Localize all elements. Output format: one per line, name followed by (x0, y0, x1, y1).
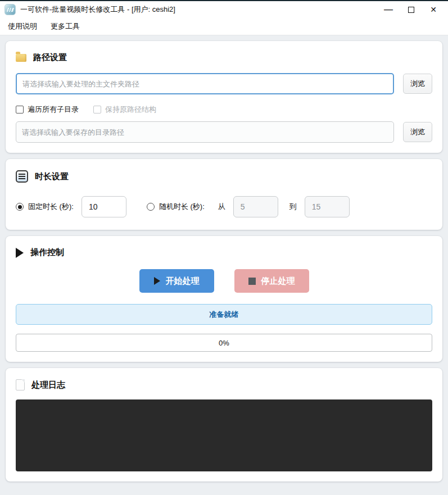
menu-more-tools[interactable]: 更多工具 (45, 19, 85, 34)
status-text: 准备就绪 (210, 310, 239, 320)
output-path-row: 浏览 (16, 121, 432, 143)
window-controls: — ✕ (377, 2, 445, 17)
log-card: 处理日志 (6, 368, 442, 482)
start-button-label: 开始处理 (166, 276, 200, 287)
stop-square-icon (248, 278, 256, 285)
status-bar: 准备就绪 (16, 304, 432, 325)
checkbox-unchecked-icon (93, 106, 101, 113)
duration-settings-card: 时长设置 固定时长 (秒): 随机时长 (秒): 从 到 (6, 159, 442, 230)
start-processing-button[interactable]: 开始处理 (139, 269, 214, 293)
random-duration-radio[interactable] (147, 203, 155, 211)
fixed-duration-label: 固定时长 (秒): (28, 202, 74, 212)
operation-control-header: 操作控制 (16, 244, 432, 260)
duration-options-row: 固定时长 (秒): 随机时长 (秒): 从 到 (16, 196, 432, 217)
random-duration-label: 随机时长 (秒): (159, 202, 205, 212)
random-max-input[interactable] (305, 196, 350, 217)
output-path-input[interactable] (16, 121, 394, 143)
duration-settings-title: 时长设置 (35, 171, 69, 182)
stop-button-label: 停止处理 (261, 276, 295, 287)
progress-bar: 0% (16, 334, 432, 352)
source-path-row: 浏览 (16, 73, 432, 94)
log-title: 处理日志 (31, 380, 65, 390)
recursive-checkbox-label: 遍历所有子目录 (28, 105, 79, 115)
fixed-duration-input[interactable] (82, 196, 126, 217)
titlebar: 一可软件-批量视频时长修改工具 - [用户: ceshi2] — ✕ (0, 1, 448, 18)
app-icon (4, 4, 16, 15)
menu-usage-instructions[interactable]: 使用说明 (2, 19, 43, 34)
path-settings-header: 路径设置 (16, 49, 432, 65)
folder-icon (16, 54, 26, 62)
keep-structure-checkbox-label: 保持原路径结构 (105, 105, 156, 115)
progress-text: 0% (219, 339, 229, 347)
fixed-duration-radio[interactable] (16, 203, 24, 211)
duration-settings-header: 时长设置 (16, 167, 432, 185)
close-button[interactable]: ✕ (422, 2, 445, 17)
source-path-input[interactable] (16, 73, 394, 94)
maximize-icon (408, 7, 414, 13)
checkbox-unchecked-icon (16, 106, 24, 113)
action-buttons-row: 开始处理 停止处理 (16, 269, 432, 293)
from-label: 从 (218, 202, 225, 212)
path-settings-title: 路径设置 (33, 52, 67, 63)
maximize-button[interactable] (400, 2, 422, 17)
log-output-area[interactable] (16, 399, 432, 471)
to-label: 到 (289, 202, 297, 212)
operation-control-title: 操作控制 (30, 247, 64, 258)
main-content: 路径设置 浏览 遍历所有子目录 保持原路径结构 浏览 (0, 35, 448, 495)
document-icon (16, 379, 25, 390)
window-title: 一可软件-批量视频时长修改工具 - [用户: ceshi2] (20, 4, 175, 15)
start-play-icon (154, 277, 160, 285)
log-header: 处理日志 (16, 376, 432, 393)
keep-structure-checkbox: 保持原路径结构 (93, 105, 156, 115)
checkbox-row: 遍历所有子目录 保持原路径结构 (16, 105, 432, 115)
output-browse-button[interactable]: 浏览 (403, 122, 432, 142)
operation-control-card: 操作控制 开始处理 停止处理 准备就绪 0% (6, 236, 442, 362)
source-browse-button[interactable]: 浏览 (403, 74, 432, 94)
path-settings-card: 路径设置 浏览 遍历所有子目录 保持原路径结构 浏览 (6, 41, 442, 153)
random-min-input[interactable] (233, 196, 278, 217)
list-icon (16, 170, 28, 183)
app-window: 一可软件-批量视频时长修改工具 - [用户: ceshi2] — ✕ 使用说明 … (0, 0, 448, 495)
minimize-button[interactable]: — (377, 2, 400, 17)
play-icon (16, 248, 24, 258)
recursive-checkbox[interactable]: 遍历所有子目录 (16, 105, 79, 115)
menubar: 使用说明 更多工具 (0, 18, 448, 35)
stop-processing-button[interactable]: 停止处理 (234, 269, 309, 293)
